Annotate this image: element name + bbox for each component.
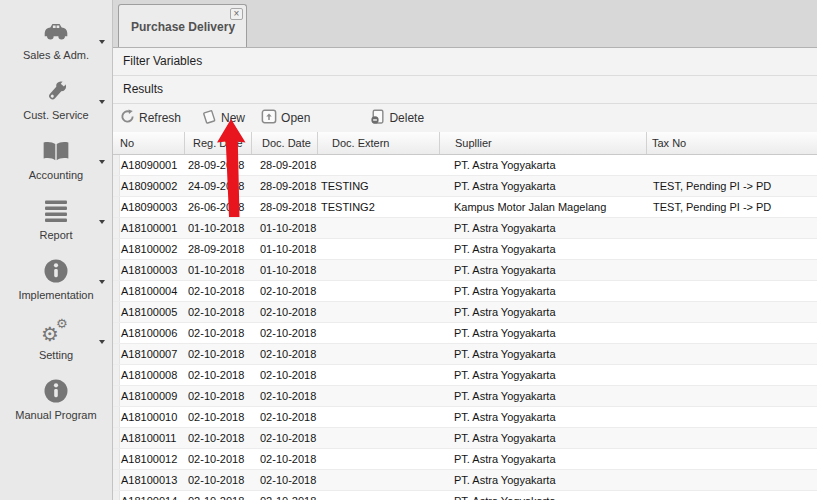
table-cell: A18100005 [120, 302, 185, 322]
table-cell: A18100012 [120, 449, 185, 469]
refresh-button[interactable]: Refresh [116, 107, 185, 129]
table-cell: A18100004 [120, 281, 185, 301]
car-icon [0, 14, 112, 48]
sidebar-item-accounting[interactable]: Accounting [0, 134, 112, 194]
sidebar-item-sales-adm[interactable]: Sales & Adm. [0, 14, 112, 74]
column-header[interactable]: No [113, 132, 185, 154]
info-icon [0, 374, 112, 408]
table-row[interactable]: A1810000902-10-201802-10-2018PT. Astra Y… [113, 386, 817, 407]
sidebar-item-label: Setting [0, 349, 112, 361]
sidebar-item-label: Accounting [0, 169, 112, 181]
main-area: Purchase Delivery × Filter Variables Res… [113, 0, 817, 500]
table-row[interactable]: A1810000802-10-201802-10-2018PT. Astra Y… [113, 365, 817, 386]
table-row[interactable]: A1810000301-10-201801-10-2018PT. Astra Y… [113, 260, 817, 281]
tab-purchase-delivery[interactable]: Purchase Delivery × [118, 4, 247, 47]
table-cell: PT. Astra Yogyakarta [440, 302, 647, 322]
sidebar-item-label: Report [0, 229, 112, 241]
table-cell: PT. Astra Yogyakarta [440, 365, 647, 385]
table-cell: PT. Astra Yogyakarta [440, 239, 647, 259]
table-cell [647, 491, 817, 500]
sidebar-item-cust-service[interactable]: Cust. Service [0, 74, 112, 134]
table-cell [318, 470, 440, 490]
table-body: A1809000128-09-201828-09-2018PT. Astra Y… [113, 155, 817, 500]
table-cell: A18100013 [120, 470, 185, 490]
open-icon [261, 109, 277, 127]
column-header[interactable]: Tax No [647, 132, 817, 154]
table-cell: 28-09-2018 [185, 239, 252, 259]
app-window: Sales & Adm. Cust. Service [0, 0, 817, 500]
table-cell: A18090001 [120, 155, 185, 175]
sidebar-item-implementation[interactable]: Implementation [0, 254, 112, 314]
table-cell [647, 239, 817, 259]
results-bar[interactable]: Results [113, 76, 817, 104]
table-row[interactable]: A1810000602-10-201802-10-2018PT. Astra Y… [113, 323, 817, 344]
table-row[interactable]: A1810000502-10-201802-10-2018PT. Astra Y… [113, 302, 817, 323]
table-cell [647, 449, 817, 469]
table-cell: 02-10-2018 [252, 470, 318, 490]
table-cell: 02-10-2018 [185, 323, 252, 343]
table-cell: 01-10-2018 [185, 218, 252, 238]
dropdown-caret-icon[interactable] [99, 40, 105, 44]
dropdown-caret-icon[interactable] [99, 340, 105, 344]
table-row[interactable]: A1810000702-10-201802-10-2018PT. Astra Y… [113, 344, 817, 365]
report-icon [0, 194, 112, 228]
table-cell: 02-10-2018 [185, 449, 252, 469]
table-cell [647, 260, 817, 280]
table-cell: 01-10-2018 [252, 218, 318, 238]
sidebar-item-report[interactable]: Report [0, 194, 112, 254]
table-row[interactable]: A1810001202-10-201802-10-2018PT. Astra Y… [113, 449, 817, 470]
table-cell [647, 407, 817, 427]
column-header[interactable]: Doc. Extern [318, 132, 440, 154]
close-icon[interactable]: × [230, 8, 243, 20]
table-row[interactable]: A1809000326-06-201828-09-2018TESTING2Kam… [113, 197, 817, 218]
table-row[interactable]: A1809000128-09-201828-09-2018PT. Astra Y… [113, 155, 817, 176]
table-cell [318, 407, 440, 427]
table-cell: PT. Astra Yogyakarta [440, 281, 647, 301]
column-header[interactable]: Doc. Date [252, 132, 318, 154]
column-header[interactable]: Reg. Date [185, 132, 252, 154]
table-cell [318, 323, 440, 343]
table-cell [647, 218, 817, 238]
column-header[interactable]: Supllier [440, 132, 647, 154]
table-cell: 02-10-2018 [252, 407, 318, 427]
table-row[interactable]: A1810001302-10-201802-10-2018PT. Astra Y… [113, 470, 817, 491]
table-cell: Kampus Motor Jalan Magelang [440, 197, 647, 217]
table-row[interactable]: A1810001102-10-201802-10-2018PT. Astra Y… [113, 428, 817, 449]
table-row[interactable]: A1809000224-09-201828-09-2018TESTINGPT. … [113, 176, 817, 197]
dropdown-caret-icon[interactable] [99, 280, 105, 284]
table-cell: PT. Astra Yogyakarta [440, 491, 647, 500]
dropdown-caret-icon[interactable] [99, 160, 105, 164]
open-button[interactable]: Open [257, 107, 314, 129]
table-row[interactable]: A1810000228-09-201801-10-2018PT. Astra Y… [113, 239, 817, 260]
table-cell: PT. Astra Yogyakarta [440, 155, 647, 175]
table-row[interactable]: A1810000101-10-201801-10-2018PT. Astra Y… [113, 218, 817, 239]
filter-variables-bar[interactable]: Filter Variables [113, 48, 817, 76]
table-cell: A18090003 [120, 197, 185, 217]
table-cell: PT. Astra Yogyakarta [440, 176, 647, 196]
table-cell [647, 302, 817, 322]
sidebar-item-setting[interactable]: ⚙⚙ Setting [0, 314, 112, 374]
dropdown-caret-icon[interactable] [99, 220, 105, 224]
table-cell: A18100010 [120, 407, 185, 427]
table-cell [318, 281, 440, 301]
table-cell [318, 302, 440, 322]
delete-button[interactable]: Delete [366, 107, 428, 130]
new-button[interactable]: New [197, 107, 249, 130]
new-document-icon [201, 109, 217, 128]
table-cell [318, 386, 440, 406]
table-cell: PT. Astra Yogyakarta [440, 323, 647, 343]
table-row[interactable]: A1810000402-10-201802-10-2018PT. Astra Y… [113, 281, 817, 302]
table-cell [318, 155, 440, 175]
table-cell: 01-10-2018 [252, 260, 318, 280]
table-cell: 24-09-2018 [185, 176, 252, 196]
table-row[interactable]: A1810001002-10-201802-10-2018PT. Astra Y… [113, 407, 817, 428]
table-cell: A18100001 [120, 218, 185, 238]
sidebar-item-manual-program[interactable]: Manual Program [0, 374, 112, 434]
table-cell [318, 344, 440, 364]
table-cell: A18090002 [120, 176, 185, 196]
dropdown-caret-icon[interactable] [99, 100, 105, 104]
table-cell [318, 239, 440, 259]
table-row[interactable]: A1810001402-10-201802-10-2018PT. Astra Y… [113, 491, 817, 500]
table-cell: 02-10-2018 [185, 365, 252, 385]
table-cell: 02-10-2018 [252, 365, 318, 385]
